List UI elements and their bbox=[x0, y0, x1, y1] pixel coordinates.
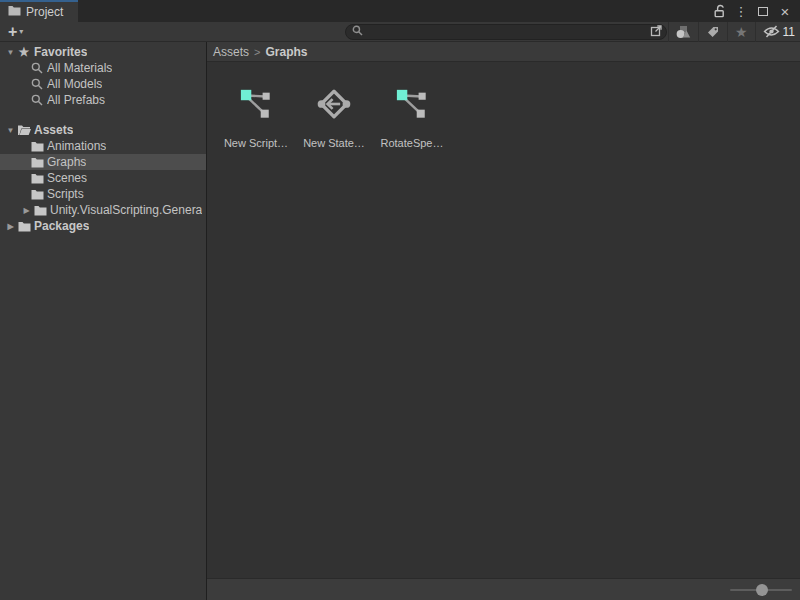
sidebar-item-all-models[interactable]: All Models bbox=[0, 76, 206, 92]
slider-knob[interactable] bbox=[756, 584, 768, 596]
search-field[interactable] bbox=[345, 24, 667, 40]
foldout-collapsed-icon[interactable]: ▶ bbox=[20, 206, 33, 215]
folder-icon bbox=[33, 205, 47, 216]
script-graph-icon bbox=[394, 86, 430, 122]
tab-bar: Project ⋮ × bbox=[0, 0, 800, 22]
folder-icon bbox=[30, 157, 44, 168]
asset-label: New Script… bbox=[224, 137, 288, 149]
kebab-menu-icon[interactable]: ⋮ bbox=[732, 2, 750, 20]
folder-icon bbox=[30, 189, 44, 200]
sidebar-item-unity-visualscripting[interactable]: ▶ Unity.VisualScripting.Genera bbox=[0, 202, 206, 218]
asset-grid[interactable]: New Script… New State… bbox=[207, 62, 800, 578]
state-graph-icon bbox=[316, 86, 352, 122]
sidebar-item-packages[interactable]: ▶ Packages bbox=[0, 218, 206, 234]
tag-icon bbox=[706, 25, 720, 39]
folder-icon bbox=[30, 173, 44, 184]
unlock-icon[interactable] bbox=[710, 2, 728, 20]
folder-icon bbox=[30, 141, 44, 152]
status-bar bbox=[207, 578, 800, 600]
favorites-filter-button[interactable]: ★ bbox=[728, 22, 755, 42]
tab-title: Project bbox=[26, 5, 63, 19]
asset-panel: Assets > Graphs New Script bbox=[207, 42, 800, 600]
sidebar-item-assets[interactable]: ▼ Assets bbox=[0, 122, 206, 138]
asset-item-new-state[interactable]: New State… bbox=[299, 86, 369, 149]
sidebar-item-graphs[interactable]: Graphs bbox=[0, 154, 206, 170]
sidebar-item-scenes[interactable]: Scenes bbox=[0, 170, 206, 186]
foldout-expanded-icon[interactable]: ▼ bbox=[4, 126, 17, 135]
open-folder-icon bbox=[17, 124, 31, 136]
search-icon bbox=[30, 62, 44, 74]
search-icon bbox=[352, 25, 364, 39]
project-toolbar: + ▾ bbox=[0, 22, 800, 42]
star-icon: ★ bbox=[17, 45, 31, 59]
sidebar-item-all-materials[interactable]: All Materials bbox=[0, 60, 206, 76]
close-icon[interactable]: × bbox=[776, 2, 794, 20]
window-controls: ⋮ × bbox=[710, 0, 800, 22]
search-by-label-button[interactable] bbox=[699, 22, 727, 42]
asset-label: RotateSpe… bbox=[381, 137, 444, 149]
star-icon: ★ bbox=[735, 24, 748, 40]
foldout-collapsed-icon[interactable]: ▶ bbox=[4, 222, 17, 231]
open-search-window-icon[interactable] bbox=[650, 24, 663, 40]
chevron-down-icon: ▾ bbox=[19, 27, 23, 36]
search-by-type-button[interactable] bbox=[669, 22, 698, 42]
maximize-icon[interactable] bbox=[754, 2, 772, 20]
folder-icon bbox=[17, 221, 31, 232]
asset-item-new-script[interactable]: New Script… bbox=[221, 86, 291, 149]
breadcrumb-separator-icon: > bbox=[254, 46, 260, 58]
folder-icon bbox=[8, 5, 21, 19]
foldout-expanded-icon[interactable]: ▼ bbox=[4, 48, 17, 57]
sidebar-item-all-prefabs[interactable]: All Prefabs bbox=[0, 92, 206, 108]
tab-project[interactable]: Project bbox=[0, 0, 78, 22]
project-body: ▼ ★ Favorites All Materials All Models bbox=[0, 42, 800, 600]
create-add-button[interactable]: + ▾ bbox=[0, 22, 29, 41]
plus-icon: + bbox=[8, 24, 17, 40]
sidebar-gap bbox=[0, 108, 206, 122]
asset-item-rotatespeed[interactable]: RotateSpe… bbox=[377, 86, 447, 149]
search-icon bbox=[30, 78, 44, 90]
hidden-items-button[interactable]: 11 bbox=[756, 22, 800, 42]
search-icon bbox=[30, 94, 44, 106]
hidden-count: 11 bbox=[783, 25, 795, 39]
asset-label: New State… bbox=[303, 137, 365, 149]
tabbar-spacer bbox=[78, 0, 710, 22]
shapes-icon bbox=[676, 25, 691, 39]
breadcrumb: Assets > Graphs bbox=[207, 42, 800, 62]
sidebar-item-scripts[interactable]: Scripts bbox=[0, 186, 206, 202]
search-input[interactable] bbox=[367, 26, 650, 38]
project-window: Project ⋮ × + ▾ bbox=[0, 0, 800, 600]
sidebar-item-animations[interactable]: Animations bbox=[0, 138, 206, 154]
folder-tree: ▼ ★ Favorites All Materials All Models bbox=[0, 42, 207, 600]
script-graph-icon bbox=[238, 86, 274, 122]
breadcrumb-graphs[interactable]: Graphs bbox=[265, 45, 307, 59]
breadcrumb-assets[interactable]: Assets bbox=[213, 45, 249, 59]
eye-off-icon bbox=[763, 25, 780, 38]
sidebar-item-favorites[interactable]: ▼ ★ Favorites bbox=[0, 44, 206, 60]
icon-size-slider[interactable] bbox=[730, 584, 792, 596]
